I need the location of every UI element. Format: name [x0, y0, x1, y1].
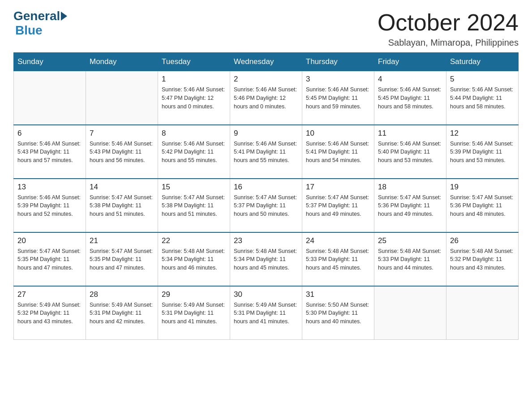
- day-info: Sunrise: 5:50 AM Sunset: 5:30 PM Dayligh…: [306, 301, 370, 326]
- day-header-thursday: Thursday: [302, 53, 374, 71]
- calendar-cell: 28Sunrise: 5:49 AM Sunset: 5:31 PM Dayli…: [86, 286, 158, 340]
- day-number: 12: [450, 129, 515, 138]
- calendar-cell: 26Sunrise: 5:48 AM Sunset: 5:32 PM Dayli…: [446, 232, 519, 286]
- day-info: Sunrise: 5:47 AM Sunset: 5:35 PM Dayligh…: [90, 247, 154, 272]
- day-number: 5: [450, 75, 515, 84]
- day-info: Sunrise: 5:47 AM Sunset: 5:36 PM Dayligh…: [378, 193, 442, 218]
- day-header-saturday: Saturday: [446, 53, 519, 71]
- day-number: 9: [234, 129, 298, 138]
- day-info: Sunrise: 5:46 AM Sunset: 5:45 PM Dayligh…: [378, 86, 442, 111]
- calendar-cell: 1Sunrise: 5:46 AM Sunset: 5:47 PM Daylig…: [158, 71, 230, 125]
- day-number: 17: [306, 183, 370, 192]
- calendar-cell: 18Sunrise: 5:47 AM Sunset: 5:36 PM Dayli…: [374, 179, 446, 232]
- calendar-cell: 17Sunrise: 5:47 AM Sunset: 5:37 PM Dayli…: [302, 179, 374, 232]
- day-number: 16: [234, 183, 298, 192]
- calendar-cell: 16Sunrise: 5:47 AM Sunset: 5:37 PM Dayli…: [230, 179, 302, 232]
- day-info: Sunrise: 5:47 AM Sunset: 5:38 PM Dayligh…: [162, 193, 226, 218]
- day-header-monday: Monday: [86, 53, 158, 71]
- logo-blue-text: Blue: [15, 23, 43, 37]
- calendar-cell: 27Sunrise: 5:49 AM Sunset: 5:32 PM Dayli…: [14, 286, 86, 340]
- day-number: 26: [450, 236, 515, 245]
- day-number: 3: [306, 75, 370, 84]
- calendar-cell: [446, 286, 519, 340]
- day-number: 29: [162, 290, 226, 299]
- calendar-cell: 5Sunrise: 5:46 AM Sunset: 5:44 PM Daylig…: [446, 71, 519, 125]
- day-number: 31: [306, 290, 370, 299]
- day-info: Sunrise: 5:47 AM Sunset: 5:35 PM Dayligh…: [17, 247, 82, 272]
- day-number: 23: [234, 236, 298, 245]
- calendar-cell: 29Sunrise: 5:49 AM Sunset: 5:31 PM Dayli…: [158, 286, 230, 340]
- day-number: 24: [306, 236, 370, 245]
- calendar-week-row: 27Sunrise: 5:49 AM Sunset: 5:32 PM Dayli…: [14, 286, 519, 340]
- calendar-cell: [374, 286, 446, 340]
- day-info: Sunrise: 5:46 AM Sunset: 5:46 PM Dayligh…: [234, 86, 298, 111]
- calendar-cell: 15Sunrise: 5:47 AM Sunset: 5:38 PM Dayli…: [158, 179, 230, 232]
- day-number: 7: [90, 129, 154, 138]
- day-info: Sunrise: 5:46 AM Sunset: 5:41 PM Dayligh…: [306, 140, 370, 165]
- calendar-cell: 21Sunrise: 5:47 AM Sunset: 5:35 PM Dayli…: [86, 232, 158, 286]
- day-info: Sunrise: 5:46 AM Sunset: 5:43 PM Dayligh…: [90, 140, 154, 165]
- day-number: 11: [378, 129, 442, 138]
- day-info: Sunrise: 5:49 AM Sunset: 5:31 PM Dayligh…: [90, 301, 154, 326]
- logo-general-text: General: [13, 9, 60, 23]
- day-number: 10: [306, 129, 370, 138]
- calendar-cell: 2Sunrise: 5:46 AM Sunset: 5:46 PM Daylig…: [230, 71, 302, 125]
- day-info: Sunrise: 5:46 AM Sunset: 5:39 PM Dayligh…: [450, 140, 515, 165]
- calendar-cell: 30Sunrise: 5:49 AM Sunset: 5:31 PM Dayli…: [230, 286, 302, 340]
- day-info: Sunrise: 5:49 AM Sunset: 5:31 PM Dayligh…: [234, 301, 298, 326]
- day-info: Sunrise: 5:48 AM Sunset: 5:34 PM Dayligh…: [162, 247, 226, 272]
- calendar-cell: [86, 71, 158, 125]
- day-number: 6: [17, 129, 82, 138]
- calendar-cell: 23Sunrise: 5:48 AM Sunset: 5:34 PM Dayli…: [230, 232, 302, 286]
- calendar-week-row: 13Sunrise: 5:46 AM Sunset: 5:39 PM Dayli…: [14, 179, 519, 232]
- day-number: 25: [378, 236, 442, 245]
- calendar-cell: 4Sunrise: 5:46 AM Sunset: 5:45 PM Daylig…: [374, 71, 446, 125]
- day-number: 2: [234, 75, 298, 84]
- day-header-friday: Friday: [374, 53, 446, 71]
- calendar-cell: 6Sunrise: 5:46 AM Sunset: 5:43 PM Daylig…: [14, 125, 86, 179]
- calendar-header-row: SundayMondayTuesdayWednesdayThursdayFrid…: [14, 53, 519, 71]
- day-number: 18: [378, 183, 442, 192]
- day-info: Sunrise: 5:48 AM Sunset: 5:34 PM Dayligh…: [234, 247, 298, 272]
- day-number: 27: [17, 290, 82, 299]
- day-info: Sunrise: 5:47 AM Sunset: 5:37 PM Dayligh…: [234, 193, 298, 218]
- day-info: Sunrise: 5:48 AM Sunset: 5:32 PM Dayligh…: [450, 247, 515, 272]
- day-info: Sunrise: 5:48 AM Sunset: 5:33 PM Dayligh…: [378, 247, 442, 272]
- calendar-cell: 7Sunrise: 5:46 AM Sunset: 5:43 PM Daylig…: [86, 125, 158, 179]
- calendar-cell: 11Sunrise: 5:46 AM Sunset: 5:40 PM Dayli…: [374, 125, 446, 179]
- calendar-cell: 9Sunrise: 5:46 AM Sunset: 5:41 PM Daylig…: [230, 125, 302, 179]
- day-info: Sunrise: 5:46 AM Sunset: 5:39 PM Dayligh…: [17, 193, 82, 218]
- calendar-cell: 12Sunrise: 5:46 AM Sunset: 5:39 PM Dayli…: [446, 125, 519, 179]
- day-info: Sunrise: 5:46 AM Sunset: 5:41 PM Dayligh…: [234, 140, 298, 165]
- calendar-week-row: 1Sunrise: 5:46 AM Sunset: 5:47 PM Daylig…: [14, 71, 519, 125]
- calendar-cell: 8Sunrise: 5:46 AM Sunset: 5:42 PM Daylig…: [158, 125, 230, 179]
- day-info: Sunrise: 5:46 AM Sunset: 5:44 PM Dayligh…: [450, 86, 515, 111]
- calendar-title: October 2024: [378, 9, 519, 36]
- day-info: Sunrise: 5:46 AM Sunset: 5:40 PM Dayligh…: [378, 140, 442, 165]
- calendar-cell: 3Sunrise: 5:46 AM Sunset: 5:45 PM Daylig…: [302, 71, 374, 125]
- day-header-sunday: Sunday: [14, 53, 86, 71]
- day-info: Sunrise: 5:47 AM Sunset: 5:38 PM Dayligh…: [90, 193, 154, 218]
- day-info: Sunrise: 5:46 AM Sunset: 5:45 PM Dayligh…: [306, 86, 370, 111]
- calendar-cell: 10Sunrise: 5:46 AM Sunset: 5:41 PM Dayli…: [302, 125, 374, 179]
- page-header: General Blue October 2024 Sablayan, Mima…: [13, 9, 519, 48]
- calendar-cell: 20Sunrise: 5:47 AM Sunset: 5:35 PM Dayli…: [14, 232, 86, 286]
- calendar-cell: 22Sunrise: 5:48 AM Sunset: 5:34 PM Dayli…: [158, 232, 230, 286]
- day-info: Sunrise: 5:47 AM Sunset: 5:36 PM Dayligh…: [450, 193, 515, 218]
- calendar-cell: 24Sunrise: 5:48 AM Sunset: 5:33 PM Dayli…: [302, 232, 374, 286]
- calendar-table: SundayMondayTuesdayWednesdayThursdayFrid…: [13, 52, 519, 340]
- title-area: October 2024 Sablayan, Mimaropa, Philipp…: [378, 9, 519, 48]
- day-number: 4: [378, 75, 442, 84]
- day-number: 1: [162, 75, 226, 84]
- day-number: 19: [450, 183, 515, 192]
- day-info: Sunrise: 5:47 AM Sunset: 5:37 PM Dayligh…: [306, 193, 370, 218]
- day-number: 22: [162, 236, 226, 245]
- day-number: 14: [90, 183, 154, 192]
- day-info: Sunrise: 5:48 AM Sunset: 5:33 PM Dayligh…: [306, 247, 370, 272]
- logo-arrow-icon: [61, 12, 67, 21]
- day-number: 20: [17, 236, 82, 245]
- calendar-cell: 14Sunrise: 5:47 AM Sunset: 5:38 PM Dayli…: [86, 179, 158, 232]
- day-info: Sunrise: 5:46 AM Sunset: 5:47 PM Dayligh…: [162, 86, 226, 111]
- day-info: Sunrise: 5:46 AM Sunset: 5:42 PM Dayligh…: [162, 140, 226, 165]
- calendar-cell: [14, 71, 86, 125]
